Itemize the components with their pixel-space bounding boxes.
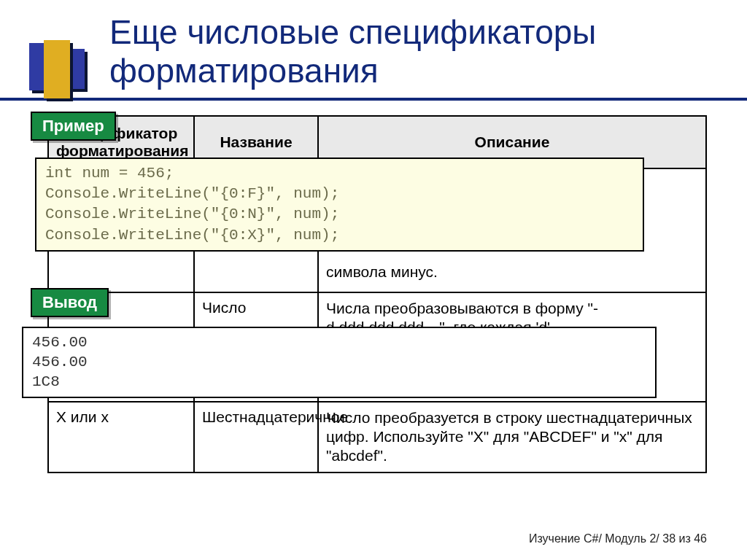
slide-footer: Изучение C#/ Модуль 2/ 38 из 46 <box>529 532 707 545</box>
cell-name: Шестнадцатеричное <box>194 402 318 472</box>
output-box: 456.00 456.00 1C8 <box>22 327 657 398</box>
output-tag: Вывод <box>31 288 109 317</box>
page-title: Еще числовые спецификаторы форматировани… <box>109 13 703 90</box>
example-label: Пример <box>42 117 104 135</box>
output-label: Вывод <box>42 293 97 311</box>
cell-desc: Число преобразуется в строку шестнадцате… <box>318 402 706 472</box>
cell-spec: X или x <box>48 402 194 472</box>
logo-icon <box>29 40 95 98</box>
example-tag: Пример <box>31 112 116 141</box>
code-box: int num = 456; Console.WriteLine("{0:F}"… <box>35 158 644 252</box>
content-area: Спецификатор форматирования Название Опи… <box>0 101 747 473</box>
desc-tail: символа минус. <box>326 263 438 280</box>
title-area: Еще числовые спецификаторы форматировани… <box>0 0 747 101</box>
table-row: X или x Шестнадцатеричное Число преобраз… <box>48 402 706 472</box>
slide: Еще числовые спецификаторы форматировани… <box>0 0 747 560</box>
